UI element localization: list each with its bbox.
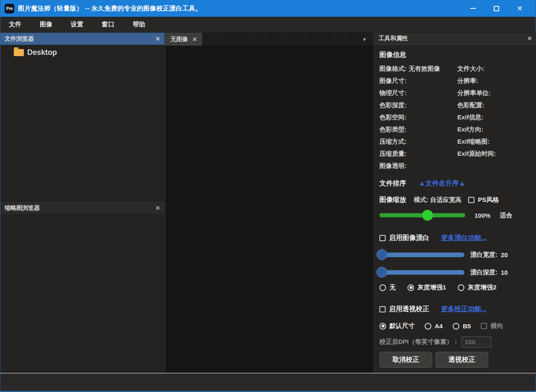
zoom-percent: 100% bbox=[474, 212, 490, 219]
bleach-enable-row: 启用图像漂白 更多漂白功能... bbox=[379, 234, 530, 242]
info-label: 色彩配置: bbox=[457, 101, 484, 109]
bleach-width-value: 20 bbox=[501, 251, 508, 258]
info-label: 图像格式: bbox=[379, 65, 407, 72]
editor-area: 无图像 ✕ ▼ bbox=[165, 33, 374, 373]
bleach-width-slider[interactable] bbox=[379, 253, 464, 257]
correction-buttons-row: 取消校正 透视校正 bbox=[379, 352, 530, 368]
info-label: 文件大小: bbox=[457, 65, 484, 73]
file-browser-tree: Desktop bbox=[0, 45, 165, 202]
info-value: 无有效图像 bbox=[409, 65, 440, 72]
radio-gray-enhance-1-label: 灰度增强1 bbox=[417, 284, 446, 291]
radio-none[interactable] bbox=[379, 284, 386, 291]
thumbnail-browser-body bbox=[0, 214, 165, 371]
info-label: Exif信息: bbox=[457, 113, 484, 121]
file-sort-label: 文件排序 bbox=[379, 179, 406, 188]
bleach-width-slider-thumb[interactable] bbox=[376, 249, 387, 260]
tools-panel-header: 工具和属性 ✕ bbox=[374, 33, 536, 45]
thumbnail-browser-header: 缩略图浏览器 ✕ bbox=[0, 202, 165, 214]
grayscale-radio-row: 无 灰度增强1 灰度增强2 bbox=[379, 284, 530, 291]
tab-close-icon[interactable]: ✕ bbox=[192, 36, 197, 43]
image-zoom-row: 图像缩放 模式: 自适应宽高 PS风格 bbox=[379, 196, 530, 204]
ps-style-checkbox[interactable] bbox=[468, 197, 474, 203]
thumbnail-browser-title: 缩略图浏览器 bbox=[5, 204, 40, 212]
info-label: Exif原始时间: bbox=[457, 150, 496, 158]
info-row: 图像透明: bbox=[379, 160, 530, 172]
dpi-input[interactable]: 150 bbox=[461, 336, 492, 348]
close-icon: ✕ bbox=[517, 5, 523, 12]
minimize-icon bbox=[470, 8, 476, 9]
close-button[interactable]: ✕ bbox=[508, 0, 531, 17]
tools-panel-body: 图像信息 图像格式:无有效图像 文件大小: 图像尺寸: 分辨率: 物理尺寸: 分… bbox=[374, 45, 536, 368]
info-label: Exif缩略图: bbox=[457, 138, 490, 146]
file-browser-close-icon[interactable]: ✕ bbox=[155, 35, 160, 43]
radio-gray-enhance-2[interactable] bbox=[458, 284, 464, 291]
more-bleach-link[interactable]: 更多漂白功能... bbox=[441, 234, 487, 242]
zoom-fit-label[interactable]: 适合 bbox=[500, 211, 512, 219]
info-row: 物理尺寸: 分辨率单位: bbox=[379, 87, 530, 99]
landscape-checkbox[interactable] bbox=[481, 323, 487, 329]
thumbnail-browser-close-icon[interactable]: ✕ bbox=[155, 204, 160, 212]
info-label: 图像尺寸: bbox=[379, 77, 407, 84]
ps-style-label: PS风格 bbox=[478, 196, 499, 204]
menu-window[interactable]: 窗口 bbox=[102, 21, 114, 28]
cancel-correction-button[interactable]: 取消校正 bbox=[379, 352, 432, 368]
radio-none-label: 无 bbox=[389, 284, 396, 291]
info-row: 压缩方式: Exif缩略图: bbox=[379, 136, 530, 148]
radio-gray-enhance-2-label: 灰度增强2 bbox=[468, 284, 496, 291]
tree-item-label: Desktop bbox=[27, 48, 57, 57]
info-label: 分辨率: bbox=[457, 77, 478, 85]
bleach-depth-label: 漂白深度: bbox=[470, 268, 497, 276]
page-size-radio-row: 默认尺寸 A4 B5 横向 bbox=[379, 322, 530, 330]
bleach-depth-slider-thumb[interactable] bbox=[376, 267, 387, 278]
info-label: 色彩空间: bbox=[379, 113, 407, 121]
menu-image[interactable]: 图像 bbox=[40, 21, 52, 28]
perspective-enable-checkbox[interactable] bbox=[379, 306, 386, 312]
file-sort-order-link[interactable]: ▲文件名升序▲ bbox=[419, 179, 466, 188]
menu-bar: 文件 图像 设置 窗口 帮助 bbox=[0, 17, 536, 33]
file-browser-title: 文件浏览器 bbox=[5, 35, 34, 43]
radio-default-size[interactable] bbox=[379, 323, 386, 330]
maximize-icon bbox=[494, 6, 499, 11]
radio-gray-enhance-1[interactable] bbox=[407, 284, 414, 291]
tree-item-desktop[interactable]: Desktop bbox=[0, 45, 165, 57]
bleach-depth-row: 漂白深度: 10 bbox=[379, 267, 530, 278]
app-icon: Pm bbox=[5, 4, 14, 13]
perspective-correction-button[interactable]: 透视校正 bbox=[436, 352, 488, 368]
image-zoom-label: 图像缩放 bbox=[379, 196, 406, 204]
app-window: Pm 图片魔法师（轻量版） -- 永久免费的专业的图像校正漂白工具。 ✕ 文件 … bbox=[0, 0, 536, 392]
bleach-enable-checkbox[interactable] bbox=[379, 235, 386, 241]
file-sort-row: 文件排序 ▲文件名升序▲ bbox=[379, 179, 530, 188]
minimize-button[interactable] bbox=[461, 0, 484, 17]
zoom-slider-thumb[interactable] bbox=[422, 210, 433, 221]
info-row: 色彩空间: Exif信息: bbox=[379, 111, 530, 124]
bleach-width-row: 漂白宽度: 20 bbox=[379, 249, 530, 260]
tools-panel-close-icon[interactable]: ✕ bbox=[527, 35, 532, 42]
info-label: 压缩方式: bbox=[379, 138, 407, 145]
menu-settings[interactable]: 设置 bbox=[71, 21, 83, 28]
bleach-depth-slider[interactable] bbox=[379, 270, 464, 275]
status-bar bbox=[0, 374, 536, 391]
info-row: 色彩深度: 色彩配置: bbox=[379, 99, 530, 111]
maximize-button[interactable] bbox=[484, 0, 508, 17]
image-canvas[interactable] bbox=[165, 46, 374, 373]
tools-panel: 工具和属性 ✕ 图像信息 图像格式:无有效图像 文件大小: 图像尺寸: 分辨率:… bbox=[374, 33, 536, 373]
dpi-label: 校正后DPI（每英寸像素）： bbox=[379, 338, 459, 346]
tab-list-caret-icon[interactable]: ▼ bbox=[362, 33, 367, 46]
title-bar: Pm 图片魔法师（轻量版） -- 永久免费的专业的图像校正漂白工具。 ✕ bbox=[0, 0, 536, 17]
zoom-mode-text[interactable]: 模式: 自适应宽高 bbox=[414, 196, 461, 204]
zoom-slider[interactable] bbox=[379, 213, 465, 217]
window-controls: ✕ bbox=[461, 0, 531, 17]
info-label: 色彩类型: bbox=[379, 126, 407, 133]
radio-a4[interactable] bbox=[425, 323, 431, 330]
info-label: 色彩深度: bbox=[379, 101, 407, 108]
more-correction-link[interactable]: 更多校正功能... bbox=[441, 305, 487, 314]
dpi-row: 校正后DPI（每英寸像素）： 150 bbox=[379, 336, 530, 348]
radio-b5[interactable] bbox=[453, 323, 459, 330]
image-info-heading: 图像信息 bbox=[379, 51, 530, 59]
folder-icon bbox=[14, 49, 24, 56]
menu-help[interactable]: 帮助 bbox=[133, 21, 145, 28]
menu-file[interactable]: 文件 bbox=[9, 21, 21, 28]
landscape-label: 横向 bbox=[490, 322, 503, 330]
bleach-width-label: 漂白宽度: bbox=[470, 251, 497, 259]
tab-no-image[interactable]: 无图像 ✕ bbox=[165, 33, 202, 46]
